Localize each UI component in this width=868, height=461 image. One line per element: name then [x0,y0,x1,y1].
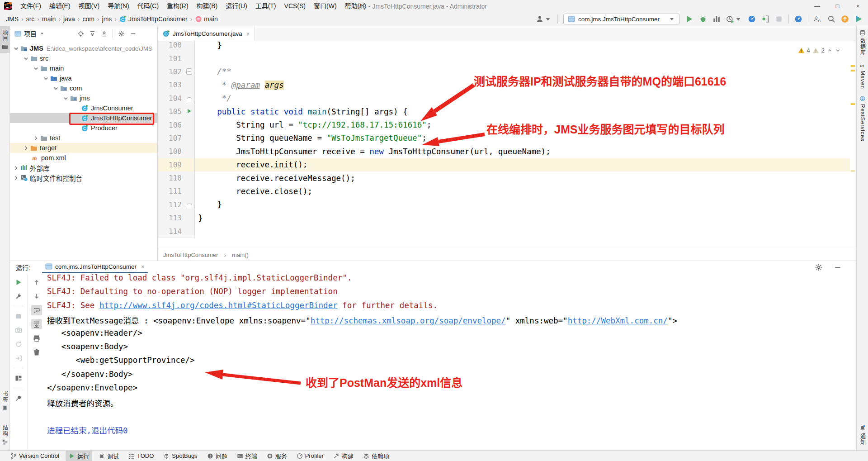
chevron-up-icon[interactable] [827,48,833,53]
breadcrumb-item-JMS[interactable]: JMS [5,15,19,23]
project-panel-title[interactable]: 项目 [24,29,37,38]
console-output[interactable]: SLF4J: Failed to load class "org.slf4j.i… [45,273,856,450]
coverage-button[interactable] [712,15,721,23]
profiler-snapshot-button[interactable] [13,325,24,335]
rerun-button[interactable] [13,277,24,287]
settings-button[interactable] [118,30,125,37]
menu-item-工具(T)[interactable]: 工具(T) [251,2,280,10]
console-link[interactable]: http://www.slf4j.org/codes.html#StaticLo… [99,301,338,310]
detach-button[interactable] [13,353,24,363]
tree-item-外部库[interactable]: 外部库 [10,163,157,173]
tree-item-java[interactable]: java [10,73,157,83]
chevron-down-icon[interactable] [33,65,39,72]
profiler-button[interactable] [726,15,742,23]
inspections-widget[interactable]: 4 2 [798,47,841,54]
edit-configuration-button[interactable] [13,291,24,301]
tree-item-com[interactable]: com [10,83,157,93]
breadcrumb-item-main[interactable]: mmain [194,15,218,23]
tool-window-tab-Maven[interactable]: mMaven [857,59,868,92]
settings-button[interactable] [815,263,823,271]
tree-item-JMS[interactable]: JMSE:\idea_workspace\afcenter_code\JMS [10,43,157,53]
chevron-right-icon[interactable] [23,145,29,152]
expand-all-button[interactable] [89,30,96,37]
fold-marker-icon[interactable] [186,68,192,75]
chevron-down-icon[interactable] [52,85,59,92]
tree-item-test[interactable]: test [10,133,157,143]
search-button[interactable] [827,15,835,23]
tree-item-pom.xml[interactable]: mpom.xml [10,153,157,163]
pin-tab-button[interactable] [13,393,24,403]
metrics-gauge-button[interactable] [794,15,802,23]
tool-window-tab-结构[interactable]: 结构 [0,422,9,448]
stop-button[interactable] [13,311,24,321]
tree-item-main[interactable]: main [10,63,157,73]
console-link[interactable]: http://schemas.xmlsoap.org/soap/envelope… [311,316,506,325]
restore-layout-button[interactable] [13,373,24,383]
debug-button[interactable] [699,15,707,23]
menu-item-视图(V)[interactable]: 视图(V) [75,2,104,10]
breadcrumb-item-src[interactable]: src [26,15,35,23]
menu-item-编辑(E)[interactable]: 编辑(E) [45,2,75,10]
breadcrumb-item-com[interactable]: com [82,15,94,23]
editor-tab[interactable]: C JmsToHttpConsumer.java × [158,26,255,41]
bottom-tab-调试[interactable]: 调试 [95,451,122,461]
user-menu-button[interactable] [536,15,552,23]
clear-all-button[interactable] [31,347,42,357]
run-button[interactable] [685,15,693,23]
collapse-all-button[interactable] [101,30,108,37]
chevron-down-icon[interactable] [39,31,45,36]
close-button[interactable]: × [848,0,868,12]
breadcrumb-item-java[interactable]: java [63,15,75,23]
menu-item-运行(U)[interactable]: 运行(U) [222,2,251,10]
breadcrumb-item-JmsToHttpConsumer[interactable]: CJmsToHttpConsumer [119,15,188,23]
tree-item-JmsConsumer[interactable]: CJmsConsumer [10,103,157,113]
run-tab[interactable]: com.jms.JmsToHttpConsumer × [42,261,148,273]
locate-button[interactable] [77,30,84,37]
ide-logo-button[interactable] [854,15,863,23]
update-button[interactable] [841,15,849,23]
hide-button[interactable] [130,30,137,37]
menu-item-VCS(S)[interactable]: VCS(S) [280,2,310,10]
tree-item-临时文件和控制台[interactable]: 临时文件和控制台 [10,173,157,183]
tool-window-tab-数据库[interactable]: 数据库 [857,26,868,59]
profiler-gauge-button[interactable] [748,15,756,23]
chevron-right-icon[interactable] [33,135,39,142]
chevron-right-icon[interactable] [13,175,19,181]
menu-item-窗口(W)[interactable]: 窗口(W) [310,2,341,10]
breadcrumb-item-main[interactable]: main [42,15,56,23]
tool-window-tab-书签[interactable]: 书签 [0,388,9,414]
close-icon[interactable]: × [246,30,250,37]
bottom-tab-运行[interactable]: 运行 [66,451,92,461]
fold-marker-icon[interactable] [187,204,192,209]
breadcrumb-method[interactable]: main() [232,252,249,258]
scroll-to-end-button[interactable] [31,319,42,329]
restart-debug-button[interactable] [13,339,24,349]
print-button[interactable] [31,333,42,343]
chevron-down-icon[interactable] [13,45,19,52]
stop-button[interactable] [775,15,783,23]
tree-item-jms[interactable]: jms [10,93,157,103]
chevron-right-icon[interactable] [13,165,19,171]
tool-window-tab-RestServices[interactable]: RestServices [857,92,868,145]
bottom-tab-终端[interactable]: 终端 [234,451,260,461]
tree-item-Producer[interactable]: CProducer [10,123,157,133]
chevron-down-icon[interactable] [42,75,49,82]
tree-item-JmsToHttpConsumer[interactable]: CJmsToHttpConsumer [10,113,157,123]
maximize-button[interactable]: □ [827,0,848,12]
tool-window-tab-通知[interactable]: 通知 [857,422,868,448]
menu-item-帮助(H)[interactable]: 帮助(H) [341,2,370,10]
console-link[interactable]: http://WebXml.com.cn/ [568,316,668,325]
bottom-tab-问题[interactable]: 问题 [204,451,231,461]
bottom-tab-Version Control[interactable]: Version Control [7,451,62,460]
tree-item-target[interactable]: target [10,143,157,153]
bottom-tab-构建[interactable]: 构建 [330,451,357,461]
menu-item-导航(N)[interactable]: 导航(N) [104,2,133,10]
bottom-tab-依赖项[interactable]: 依赖项 [360,451,392,461]
code-area[interactable]: 100 }101102 /**103 * @param args104 */10… [158,41,850,249]
close-icon[interactable]: × [141,263,145,270]
bottom-tab-TODO[interactable]: TODO [125,451,157,460]
chevron-down-icon[interactable] [835,48,841,53]
tree-item-src[interactable]: src [10,53,157,63]
bottom-tab-服务[interactable]: 服务 [264,451,290,461]
menu-item-文件(F)[interactable]: 文件(F) [16,2,45,10]
